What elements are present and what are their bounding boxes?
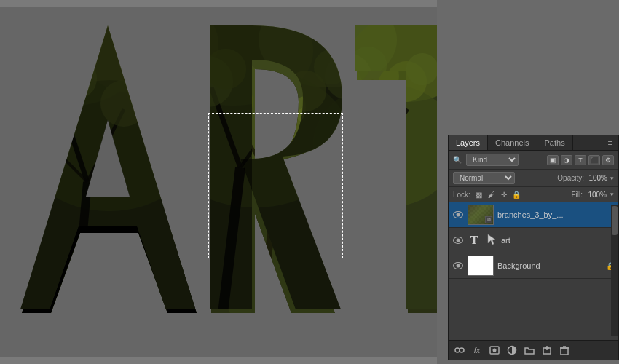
- panel-scrollbar[interactable]: [611, 205, 618, 336]
- layer-visibility-toggle[interactable]: [452, 260, 464, 272]
- layer-visibility-toggle[interactable]: [452, 234, 464, 246]
- opacity-label: Opacity:: [557, 174, 584, 182]
- filter-kind-select[interactable]: Kind: [466, 154, 519, 166]
- canvas-area: [0, 0, 437, 364]
- lock-transparent-icon[interactable]: ▩: [474, 189, 484, 199]
- panel-bottom-toolbar: fx: [449, 340, 618, 360]
- layers-panel: Layers Channels Paths ≡ 🔍 Kind ▣ ◑ T ⬛ ⚙…: [448, 135, 619, 360]
- tab-channels[interactable]: Channels: [488, 135, 537, 150]
- filter-shape-icon[interactable]: ⬛: [588, 155, 600, 165]
- lock-row: Lock: ▩ 🖌 ✛ 🔒 Fill: 100% ▾: [449, 187, 618, 202]
- cursor-icon: [484, 230, 497, 250]
- add-adjustment-button[interactable]: [505, 344, 519, 357]
- lock-label: Lock:: [453, 191, 470, 199]
- layer-name: branches_3_by_...: [497, 210, 615, 219]
- filter-row: 🔍 Kind ▣ ◑ T ⬛ ⚙: [449, 151, 618, 170]
- layer-row[interactable]: T art: [449, 228, 618, 253]
- fill-value: 100%: [586, 191, 607, 199]
- svg-rect-89: [561, 348, 568, 355]
- panel-tabs: Layers Channels Paths ≡: [449, 135, 618, 151]
- layer-name: Background: [497, 261, 602, 270]
- lock-pixels-icon[interactable]: 🖌: [486, 189, 497, 199]
- lock-icons: ▩ 🖌 ✛ 🔒: [474, 189, 521, 199]
- svg-point-81: [460, 348, 464, 352]
- opacity-arrow[interactable]: ▾: [610, 175, 614, 182]
- filter-text-icon[interactable]: T: [575, 155, 586, 165]
- delete-layer-button[interactable]: [558, 344, 571, 357]
- text-layer-icon: T: [468, 230, 481, 250]
- layer-visibility-toggle[interactable]: [452, 209, 464, 221]
- eye-icon: [453, 211, 463, 218]
- filter-adjustment-icon[interactable]: ◑: [561, 155, 572, 165]
- tab-paths[interactable]: Paths: [537, 135, 573, 150]
- eye-icon: [453, 262, 463, 269]
- add-style-button[interactable]: fx: [470, 344, 484, 357]
- filter-icons: ▣ ◑ T ⬛ ⚙: [547, 155, 614, 165]
- art-overlay: [0, 0, 437, 349]
- filter-pixel-icon[interactable]: ▣: [547, 155, 559, 165]
- filter-smart-icon[interactable]: ⚙: [602, 155, 614, 165]
- layer-thumb-badge: ⧉: [485, 216, 492, 223]
- layer-thumbnail: ⧉: [468, 205, 494, 225]
- new-layer-button[interactable]: [540, 344, 553, 357]
- scrollbar-thumb: [612, 206, 618, 235]
- lock-all-icon[interactable]: 🔒: [511, 189, 521, 199]
- svg-point-80: [455, 348, 460, 352]
- opacity-value: 100%: [587, 174, 607, 182]
- svg-point-84: [493, 349, 497, 352]
- panel-menu-button[interactable]: ≡: [602, 135, 618, 150]
- blend-row: Normal Opacity: 100% ▾: [449, 170, 618, 187]
- fill-arrow[interactable]: ▾: [610, 191, 614, 198]
- filter-label: 🔍: [453, 156, 462, 164]
- link-layers-button[interactable]: [453, 344, 466, 357]
- blend-mode-select[interactable]: Normal: [453, 172, 515, 184]
- layer-name: art: [501, 236, 615, 245]
- layer-row[interactable]: Background 🔒: [449, 253, 618, 279]
- layer-thumbnail: [468, 256, 494, 276]
- new-group-button[interactable]: [523, 344, 536, 357]
- fill-label: Fill:: [571, 191, 583, 199]
- layers-list: ⧉ branches_3_by_... T art Background: [449, 202, 618, 323]
- tab-layers[interactable]: Layers: [449, 135, 488, 150]
- layer-row[interactable]: ⧉ branches_3_by_...: [449, 202, 618, 228]
- lock-position-icon[interactable]: ✛: [499, 189, 509, 199]
- eye-icon: [453, 237, 463, 244]
- add-mask-button[interactable]: [488, 344, 501, 357]
